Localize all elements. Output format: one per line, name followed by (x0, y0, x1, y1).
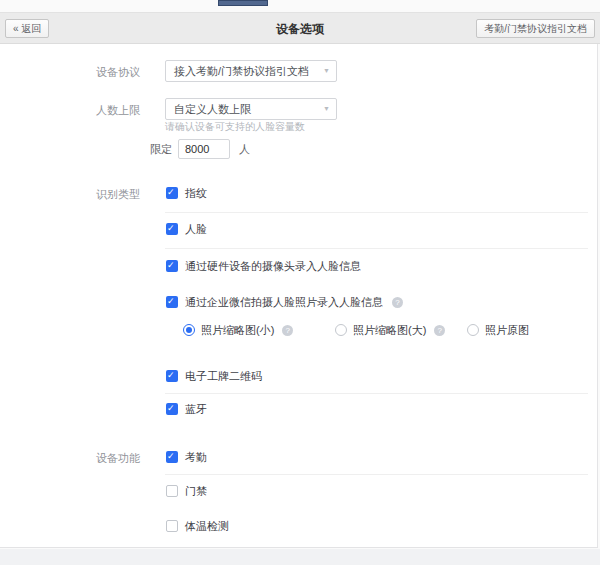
divider (165, 474, 588, 475)
checkmark-icon: ✓ (167, 259, 175, 272)
limit-label: 限定 (150, 142, 172, 157)
functions-label: 设备功能 (96, 451, 140, 466)
checkbox-row-face: ✓ 人脸 (166, 222, 207, 236)
top-scroll-indicator (218, 0, 268, 6)
help-icon[interactable]: ? (392, 297, 403, 308)
limit-unit: 人 (239, 142, 250, 157)
checkmark-icon: ✓ (167, 450, 175, 463)
divider (165, 393, 588, 394)
temperature-checkbox[interactable]: ✓ (166, 520, 178, 532)
divider (165, 248, 588, 249)
page-title: 设备选项 (100, 13, 500, 45)
radio-photo-thumb-small: 照片缩略图(小) ? (183, 323, 293, 337)
checkmark-icon: ✓ (167, 295, 175, 308)
page-header: « 返回 设备选项 考勤/门禁协议指引文档 (0, 12, 600, 44)
checkbox-label[interactable]: 通过企业微信拍摄人脸照片录入人脸信息 (185, 295, 383, 310)
checkbox-row-badge-qrcode: ✓ 电子工牌二维码 (166, 369, 262, 383)
hardware-camera-checkbox[interactable]: ✓ (166, 260, 178, 272)
checkmark-icon: ✓ (167, 222, 175, 235)
checkbox-label[interactable]: 门禁 (185, 484, 207, 499)
recognition-label: 识别类型 (96, 187, 140, 202)
capacity-select[interactable]: 自定义人数上限 ▼ (165, 98, 337, 120)
radio-label[interactable]: 照片缩略图(小) (201, 323, 274, 338)
radio-label[interactable]: 照片缩略图(大) (353, 323, 426, 338)
photo-thumb-small-radio[interactable] (183, 324, 195, 336)
checkbox-row-fingerprint: ✓ 指纹 (166, 186, 207, 200)
face-checkbox[interactable]: ✓ (166, 223, 178, 235)
checkbox-row-attendance: ✓ 考勤 (166, 450, 207, 464)
device-options-page: « 返回 设备选项 考勤/门禁协议指引文档 设备协议 接入考勤/门禁协议指引文档… (0, 0, 600, 565)
page-footer (0, 549, 600, 565)
checkbox-row-bluetooth: ✓ 蓝牙 (166, 402, 207, 416)
limit-row: 限定 人 (150, 139, 250, 159)
checkmark-icon: ✓ (167, 186, 175, 199)
checkmark-icon: ✓ (167, 369, 175, 382)
radio-photo-thumb-large: 照片缩略图(大) ? (335, 323, 445, 337)
checkbox-label[interactable]: 考勤 (185, 450, 207, 465)
capacity-hint: 请确认设备可支持的人脸容量数 (165, 120, 305, 134)
form-content: 设备协议 接入考勤/门禁协议指引文档 ▼ 人数上限 自定义人数上限 ▼ 请确认设… (0, 44, 598, 548)
badge-qrcode-checkbox[interactable]: ✓ (166, 370, 178, 382)
checkbox-row-hardware-camera: ✓ 通过硬件设备的摄像头录入人脸信息 (166, 259, 361, 273)
caret-down-icon: ▼ (323, 99, 330, 119)
help-icon[interactable]: ? (434, 325, 445, 336)
checkbox-label[interactable]: 人脸 (185, 222, 207, 237)
device-protocol-label: 设备协议 (96, 65, 140, 80)
checkmark-icon: ✓ (167, 402, 175, 415)
device-protocol-select[interactable]: 接入考勤/门禁协议指引文档 ▼ (165, 60, 337, 82)
radio-photo-original: 照片原图 (467, 323, 529, 337)
checkbox-label[interactable]: 通过硬件设备的摄像头录入人脸信息 (185, 259, 361, 274)
bluetooth-checkbox[interactable]: ✓ (166, 403, 178, 415)
help-icon[interactable]: ? (282, 325, 293, 336)
capacity-label: 人数上限 (96, 103, 140, 118)
checkbox-label[interactable]: 指纹 (185, 186, 207, 201)
attendance-checkbox[interactable]: ✓ (166, 451, 178, 463)
limit-input[interactable] (178, 139, 230, 159)
device-protocol-value: 接入考勤/门禁协议指引文档 (166, 61, 336, 81)
wechat-photo-checkbox[interactable]: ✓ (166, 296, 178, 308)
back-button[interactable]: « 返回 (5, 19, 49, 38)
photo-thumb-large-radio[interactable] (335, 324, 347, 336)
divider (165, 212, 588, 213)
caret-down-icon: ▼ (323, 61, 330, 81)
checkbox-label[interactable]: 电子工牌二维码 (185, 369, 262, 384)
checkbox-label[interactable]: 体温检测 (185, 519, 229, 534)
fingerprint-checkbox[interactable]: ✓ (166, 187, 178, 199)
protocol-doc-button[interactable]: 考勤/门禁协议指引文档 (476, 19, 595, 38)
checkbox-row-temperature: ✓ 体温检测 (166, 519, 229, 533)
checkbox-row-wechat-photo: ✓ 通过企业微信拍摄人脸照片录入人脸信息 ? (166, 295, 403, 309)
radio-label[interactable]: 照片原图 (485, 323, 529, 338)
access-control-checkbox[interactable]: ✓ (166, 485, 178, 497)
checkbox-label[interactable]: 蓝牙 (185, 402, 207, 417)
photo-original-radio[interactable] (467, 324, 479, 336)
checkbox-row-access-control: ✓ 门禁 (166, 484, 207, 498)
capacity-value: 自定义人数上限 (166, 99, 336, 119)
